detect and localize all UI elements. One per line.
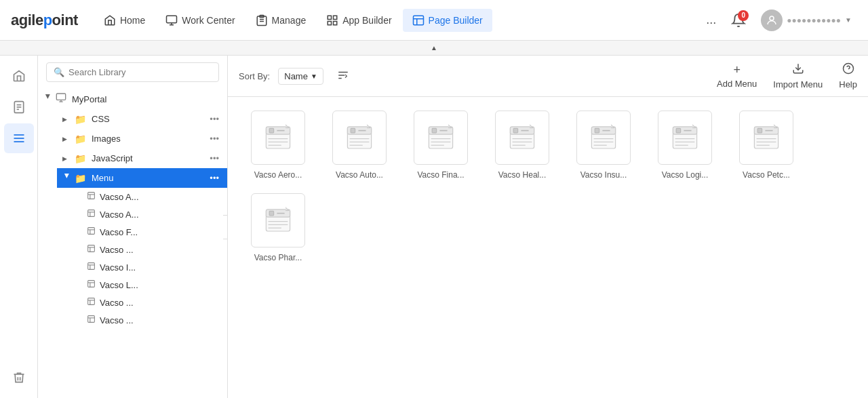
question-icon — [842, 62, 854, 75]
nav-item-page-builder[interactable]: Page Builder — [403, 9, 492, 32]
tree-leaf-label-6: Vacso ... — [100, 298, 134, 308]
svg-rect-37 — [88, 263, 95, 270]
logo[interactable]: agilepoint — [11, 12, 78, 29]
notification-button[interactable]: 0 — [727, 9, 750, 32]
leaf-icon-2 — [87, 226, 96, 237]
svg-rect-7 — [328, 16, 331, 19]
sort-select[interactable]: Name ▼ — [278, 68, 323, 85]
grid-icon-wrap-5 — [658, 111, 712, 165]
grid-item-6[interactable]: Vacso Petc... — [732, 111, 800, 180]
folder-icon-menu: 📁 — [75, 173, 86, 184]
svg-rect-8 — [334, 16, 337, 19]
svg-rect-79 — [513, 128, 517, 132]
tree-label-css: CSS — [92, 114, 204, 124]
grid-icon-wrap-4 — [576, 111, 631, 165]
tree-label-myportal: MyPortal — [72, 94, 222, 104]
top-nav: agilepoint Home Work Center Manage App B… — [0, 0, 868, 41]
menu-icon-7 — [262, 204, 294, 237]
leaf-icon-4 — [87, 262, 96, 273]
tree-arrow-javascript: ▶ — [62, 155, 72, 162]
grid-item-4[interactable]: Vacso Insu... — [570, 111, 637, 180]
nav-items: Home Work Center Manage App Builder Page… — [94, 9, 698, 32]
home-icon — [104, 14, 116, 26]
tree-leaf-2[interactable]: Vacso F... — [57, 223, 227, 241]
grid-item-5[interactable]: Vacso Logi... — [651, 111, 719, 180]
menu-icon-6 — [750, 121, 783, 154]
grid-item-3[interactable]: Vacso Heal... — [488, 111, 556, 180]
nav-more-button[interactable]: ... — [701, 7, 722, 33]
nav-item-work-center[interactable]: Work Center — [156, 9, 244, 32]
grid-label-5: Vacso Logi... — [662, 170, 708, 180]
svg-rect-9 — [328, 21, 331, 24]
nav-item-app-builder[interactable]: App Builder — [317, 9, 401, 32]
tree-leaf-1[interactable]: Vacso A... — [57, 205, 227, 223]
leaf-icon-7 — [87, 315, 96, 325]
tree-label-javascript: JavaScript — [92, 153, 204, 163]
grid-label-6: Vacso Petc... — [743, 170, 790, 180]
sidebar-icon-file[interactable] — [4, 92, 34, 122]
nav-label-page-builder: Page Builder — [429, 15, 483, 26]
nav-item-home[interactable]: Home — [94, 9, 155, 32]
grid-icon-wrap-7 — [251, 193, 305, 247]
tree-leaf-4[interactable]: Vacso I... — [57, 258, 227, 276]
grid-item-1[interactable]: Vacso Auto... — [326, 111, 393, 180]
grid-label-7: Vacso Phar... — [254, 253, 302, 262]
search-input[interactable] — [68, 67, 212, 77]
import-menu-button[interactable]: Import Menu — [773, 62, 823, 89]
tree-node-javascript[interactable]: ▶ 📁 JavaScript ••• — [57, 148, 227, 168]
tree-more-menu[interactable]: ••• — [207, 172, 222, 184]
tree-node-images[interactable]: ▶ 📁 Images ••• — [57, 129, 227, 148]
tree-leaf-label-4: Vacso I... — [100, 262, 136, 273]
clipboard-icon — [256, 14, 268, 26]
leaf-icon-6 — [87, 297, 96, 308]
sidebar-icon-list[interactable] — [4, 123, 34, 153]
sidebar-icon-trash[interactable] — [4, 363, 34, 393]
search-box[interactable]: 🔍 — [46, 62, 219, 82]
nav-label-app-builder: App Builder — [342, 15, 391, 26]
add-menu-button[interactable]: + Add Menu — [717, 63, 757, 89]
tree-node-css[interactable]: ▶ 📁 CSS ••• — [57, 109, 227, 129]
collapse-bar[interactable]: ▲ — [0, 41, 868, 56]
sidebar-icon-home[interactable] — [4, 61, 34, 91]
sort-label: Sort By: — [239, 71, 270, 81]
leaf-icon-1 — [87, 209, 96, 220]
sidebar-file-icon — [12, 100, 26, 114]
tree-more-images[interactable]: ••• — [207, 132, 222, 145]
nav-label-home: Home — [120, 15, 145, 26]
grid-item-2[interactable]: Vacso Fina... — [407, 111, 475, 180]
svg-rect-25 — [88, 193, 95, 199]
left-panel: 🔍 ▶ MyPortal ▶ 📁 CSS ••• — [38, 56, 228, 398]
content-area: Sort By: Name ▼ + Add Menu Import Menu — [228, 56, 868, 398]
svg-rect-11 — [413, 16, 423, 25]
folder-icon-javascript: 📁 — [75, 153, 86, 164]
grid-label-4: Vacso Insu... — [580, 170, 627, 180]
tree-leaf-label-7: Vacso ... — [100, 315, 134, 325]
sidebar-list-icon — [12, 132, 26, 145]
nav-item-manage[interactable]: Manage — [246, 9, 316, 32]
nav-label-work-center: Work Center — [182, 15, 235, 26]
tree-leaf-5[interactable]: Vacso L... — [57, 276, 227, 294]
tree-leaf-0[interactable]: Vacso A... — [57, 188, 227, 205]
svg-rect-58 — [269, 128, 273, 132]
sort-order-button[interactable] — [337, 69, 349, 83]
help-button[interactable]: Help — [839, 62, 857, 89]
tree-more-css[interactable]: ••• — [207, 113, 222, 125]
tree-node-menu[interactable]: ▶ 📁 Menu ••• — [57, 168, 227, 188]
svg-rect-43 — [88, 298, 95, 305]
sort-dropdown-icon: ▼ — [311, 73, 317, 80]
grid-item-0[interactable]: Vacso Aero... — [244, 111, 312, 180]
grid-item-7[interactable]: Vacso Phar... — [244, 193, 312, 262]
tree-node-myportal[interactable]: ▶ MyPortal — [38, 89, 227, 109]
tree-leaf-3[interactable]: Vacso ... — [57, 241, 227, 258]
svg-rect-0 — [167, 16, 177, 23]
tree-leaf-7[interactable]: Vacso ... — [57, 311, 227, 329]
tree-more-javascript[interactable]: ••• — [207, 152, 222, 165]
user-name: ●●●●●●●●●●● — [787, 16, 841, 25]
svg-rect-93 — [676, 128, 680, 132]
svg-rect-40 — [88, 281, 95, 287]
tree-leaf-6[interactable]: Vacso ... — [57, 294, 227, 311]
user-button[interactable]: ●●●●●●●●●●● ▼ — [755, 7, 857, 34]
tree-label-images: Images — [92, 134, 204, 144]
tree-leaf-label-1: Vacso A... — [100, 210, 139, 220]
panel-toggle[interactable]: › — [223, 215, 228, 239]
